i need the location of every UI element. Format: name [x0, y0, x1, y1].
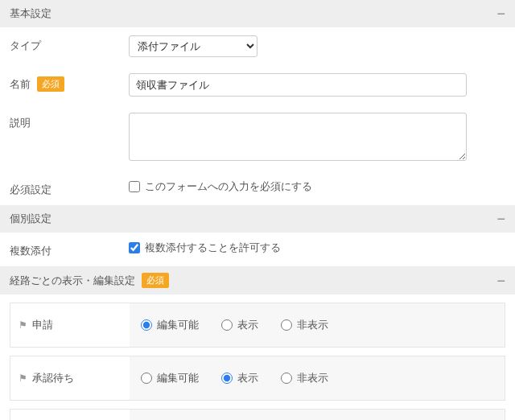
radio-hide[interactable]: 非表示: [281, 318, 328, 332]
radio-input-hide[interactable]: [281, 373, 292, 384]
collapse-icon[interactable]: −: [496, 212, 505, 226]
flag-icon: ⚑: [19, 373, 27, 384]
collapse-icon[interactable]: −: [496, 274, 505, 288]
flag-icon: ⚑: [19, 319, 27, 331]
label-name: 名前: [10, 77, 31, 92]
route-card: ⚑承認待ち編集可能表示非表示: [10, 356, 505, 401]
row-type: タイプ 添付ファイル: [0, 27, 515, 65]
radio-label-hide: 非表示: [297, 318, 328, 332]
radio-label-show: 表示: [237, 371, 258, 385]
section-header-individual: 個別設定 −: [0, 205, 515, 233]
radio-show[interactable]: 表示: [221, 371, 258, 385]
multi-attach-checkbox-label: 複数添付することを許可する: [145, 241, 281, 255]
required-checkbox-label: このフォームへの入力を必須にする: [145, 179, 312, 194]
radio-input-show[interactable]: [221, 319, 233, 331]
label-required-setting: 必須設定: [10, 183, 52, 197]
route-label: ⚑決裁待ち: [10, 410, 130, 420]
required-checkbox-wrap[interactable]: このフォームへの入力を必須にする: [129, 179, 505, 194]
route-name: 承認待ち: [32, 371, 74, 385]
radio-input-editable[interactable]: [141, 373, 152, 384]
section-header-basic: 基本設定 −: [0, 0, 515, 27]
collapse-icon[interactable]: −: [496, 6, 505, 21]
label-multi-attach: 複数添付: [10, 244, 52, 258]
radio-input-editable[interactable]: [141, 319, 152, 331]
section-title-basic: 基本設定: [10, 6, 52, 21]
type-select[interactable]: 添付ファイル: [129, 35, 258, 57]
row-description: 説明: [0, 105, 515, 171]
section-title-route: 経路ごとの表示・編集設定: [10, 274, 135, 288]
label-description: 説明: [10, 116, 31, 130]
radio-show[interactable]: 表示: [221, 318, 258, 332]
row-required-setting: 必須設定 このフォームへの入力を必須にする: [0, 171, 515, 205]
multi-attach-checkbox-wrap[interactable]: 複数添付することを許可する: [129, 241, 505, 255]
route-options: 編集可能表示非表示: [130, 303, 505, 347]
radio-label-show: 表示: [237, 318, 258, 332]
section-header-route: 経路ごとの表示・編集設定 必須 −: [0, 266, 515, 294]
radio-editable[interactable]: 編集可能: [141, 371, 199, 385]
radio-label-hide: 非表示: [297, 371, 328, 385]
route-card: ⚑申請編集可能表示非表示: [10, 303, 505, 348]
description-textarea[interactable]: [129, 113, 467, 161]
route-options: 編集可能表示非表示: [130, 410, 505, 420]
radio-hide[interactable]: 非表示: [281, 371, 328, 385]
route-options: 編集可能表示非表示: [130, 356, 505, 400]
required-checkbox[interactable]: [129, 181, 140, 192]
label-type: タイプ: [10, 39, 41, 53]
row-name: 名前 必須: [0, 65, 515, 105]
required-badge-name: 必須: [37, 76, 64, 92]
required-badge-route: 必須: [142, 273, 169, 288]
radio-input-show[interactable]: [221, 373, 233, 384]
name-input[interactable]: [129, 73, 467, 97]
route-label: ⚑申請: [10, 303, 130, 347]
route-label: ⚑承認待ち: [10, 356, 130, 400]
radio-label-editable: 編集可能: [157, 371, 199, 385]
radio-label-editable: 編集可能: [157, 318, 199, 332]
radio-input-hide[interactable]: [281, 319, 292, 331]
route-card: ⚑決裁待ち編集可能表示非表示: [10, 409, 505, 420]
route-name: 申請: [32, 318, 53, 332]
radio-editable[interactable]: 編集可能: [141, 318, 199, 332]
row-multi-attach: 複数添付 複数添付することを許可する: [0, 233, 515, 266]
section-title-individual: 個別設定: [10, 212, 52, 226]
multi-attach-checkbox[interactable]: [129, 242, 140, 253]
